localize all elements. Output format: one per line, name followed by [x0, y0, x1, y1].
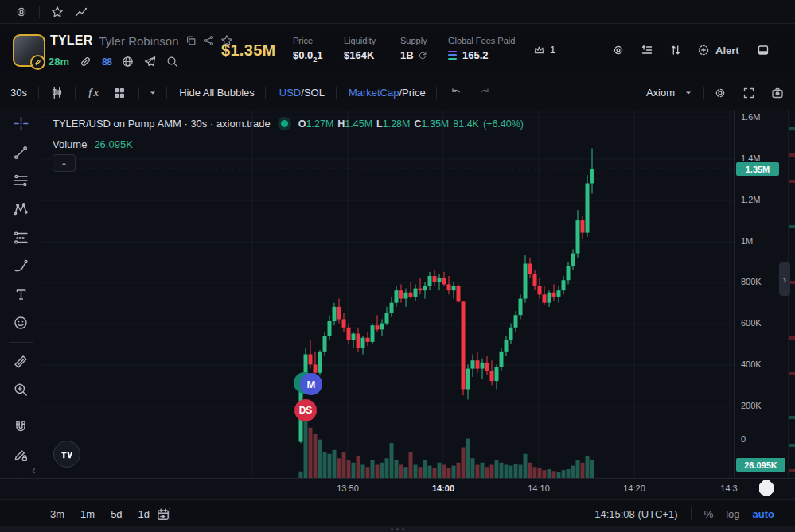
go-to-date-icon[interactable] [156, 507, 170, 522]
currency-toggle[interactable]: USD/SOL [279, 87, 325, 99]
time-axis[interactable]: 13:5014:0014:1014:2014:3 [0, 478, 795, 500]
undo-icon[interactable] [450, 87, 462, 99]
crown-rank[interactable]: 1 [533, 44, 555, 56]
stat-liquidity-value: $164K [344, 49, 376, 61]
crown-count: 1 [550, 44, 555, 56]
snapshot-camera-icon[interactable] [771, 87, 784, 99]
tradingview-logo[interactable] [53, 441, 80, 468]
indicators-fx-button[interactable]: ƒx [88, 86, 99, 99]
token-header: TYLER Tyler Robinson 28m 88 $1.35M Price… [0, 25, 795, 76]
range-button-5d[interactable]: 5d [111, 508, 122, 520]
candle-style-icon[interactable] [50, 86, 64, 99]
top-bar [0, 0, 795, 24]
lock-drawings-icon[interactable] [7, 444, 34, 468]
range-buttons: 3m1m5d1d [50, 500, 170, 527]
chart-settings-icon[interactable] [714, 87, 727, 99]
pump-pill-badge-icon [30, 55, 45, 70]
pump-link-icon[interactable] [80, 56, 92, 68]
toolbar-divider [9, 342, 33, 343]
chart-pane[interactable] [0, 110, 795, 478]
scroll-handle[interactable] [759, 480, 774, 496]
legend-collapse-button[interactable] [53, 154, 76, 172]
volume-value: 26.095K [94, 138, 132, 150]
axiom-trading-app: TYLER Tyler Robinson 28m 88 $1.35M Price… [0, 0, 795, 532]
legend-title[interactable]: TYLER/USD on Pump AMM · 30s · axiom.trad… [53, 118, 271, 130]
divider [99, 6, 99, 18]
range-button-3m[interactable]: 3m [50, 508, 64, 520]
marketcap-value: $1.35M [221, 41, 276, 60]
panel-expand-handle[interactable]: › [779, 262, 790, 296]
activity-band [789, 225, 795, 228]
stat-price-label: Price [293, 36, 323, 45]
telegram-icon[interactable] [144, 56, 156, 68]
price-axis[interactable]: 1.6M1.4M1.2M1M800K600K400K200K01.35M26.0… [734, 110, 789, 499]
brush-tool-icon[interactable] [7, 254, 34, 278]
share-icon[interactable] [203, 35, 214, 46]
scale-toggle[interactable]: MarketCap/Price [349, 87, 426, 99]
chart-icon[interactable] [75, 6, 88, 18]
fullscreen-icon[interactable] [742, 87, 755, 99]
price-axis-label: 600K [741, 318, 762, 328]
stat-liquidity: Liquidity $164K [344, 36, 376, 61]
website-globe-icon[interactable] [122, 56, 134, 68]
favorites-star-icon[interactable] [51, 6, 64, 18]
token-settings-icon[interactable] [612, 44, 625, 56]
provider-dropdown[interactable]: Axiom [646, 87, 675, 99]
fib-lines-tool-icon[interactable] [7, 169, 34, 192]
interval-button[interactable]: 30s [10, 87, 27, 99]
clock[interactable]: 14:15:08 (UTC+1) [594, 508, 677, 520]
hide-bubbles-button[interactable]: Hide All Bubbles [179, 87, 255, 99]
divider [691, 507, 692, 520]
holders-icon[interactable]: 88 [102, 56, 111, 68]
divider [39, 6, 40, 18]
activity-band [789, 444, 795, 447]
alert-button[interactable]: Alert [697, 44, 739, 56]
settings-icon[interactable] [15, 6, 28, 18]
text-tool-icon[interactable] [7, 282, 34, 306]
pattern-tool-icon[interactable] [7, 197, 34, 221]
zoom-in-tool-icon[interactable] [7, 378, 34, 402]
range-button-1m[interactable]: 1m [80, 508, 95, 520]
stat-supply: Supply 1B [400, 36, 427, 61]
stat-price: Price $0.021 [293, 36, 323, 64]
search-icon[interactable] [166, 56, 178, 68]
activity-band [789, 416, 795, 419]
measure-tool-icon[interactable] [7, 350, 34, 374]
sort-arrows-icon[interactable] [669, 44, 682, 56]
ohlc-readout: O1.27M H1.45M L1.28M C1.35M 81.4K (+6.40… [298, 118, 524, 130]
last-price-badge: 1.35M [736, 162, 779, 176]
activity-band [789, 281, 795, 284]
volume-legend: Volume 26.095K [53, 138, 133, 150]
templates-dropdown-icon[interactable] [147, 87, 158, 99]
stat-price-value: $0.021 [293, 49, 323, 64]
copy-icon[interactable] [185, 35, 197, 46]
list-settings-icon[interactable] [641, 44, 653, 56]
activity-band [789, 336, 795, 340]
projection-tool-icon[interactable] [7, 226, 34, 250]
magnet-tool-icon[interactable] [7, 415, 34, 439]
layout-grid-icon[interactable] [113, 87, 126, 99]
time-axis-label: 14:20 [623, 483, 645, 493]
log-scale-button[interactable]: log [726, 508, 739, 520]
bubble-ds[interactable]: DS [294, 399, 317, 421]
layout-panel-icon[interactable] [757, 44, 770, 56]
auto-scale-button[interactable]: auto [753, 508, 774, 520]
fees-bars-icon [448, 51, 457, 60]
percent-scale-button[interactable]: % [704, 508, 714, 520]
bubble-m[interactable]: M [300, 373, 322, 395]
provider-caret-icon[interactable] [683, 87, 694, 99]
stat-supply-value: 1B [400, 49, 427, 61]
crosshair-tool-icon[interactable] [7, 112, 34, 136]
emoji-tool-icon[interactable] [7, 311, 34, 335]
token-age: 28m [49, 56, 69, 68]
time-axis-label: 14:10 [528, 483, 550, 493]
range-button-1d[interactable]: 1d [138, 508, 150, 520]
chart-footer: 3m1m5d1d 14:15:08 (UTC+1) % log auto [0, 499, 795, 527]
redo-icon[interactable] [478, 87, 491, 99]
price-axis-label: 1.6M [741, 112, 760, 122]
stat-fees-label: Global Fees Paid [448, 36, 515, 45]
trendline-tool-icon[interactable] [7, 141, 34, 165]
price-axis-label: 0 [741, 434, 746, 444]
time-axis-label: 13:50 [337, 483, 359, 493]
toolbar-collapse-handle[interactable]: ‹ [32, 464, 36, 476]
